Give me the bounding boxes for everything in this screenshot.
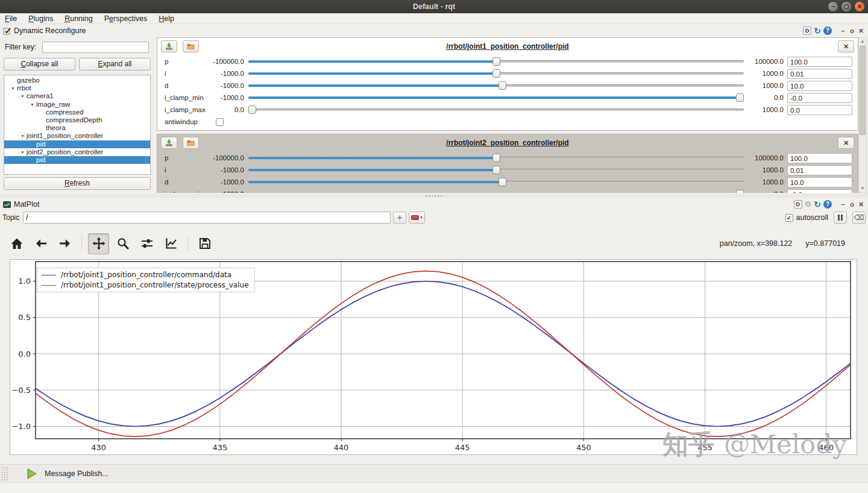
param-min-value: -1000.0 xyxy=(207,166,244,174)
pid-panel-body: p-100000.0100000.0100.0i-1000.01000.00.0… xyxy=(157,149,858,193)
scrollbar-up-icon[interactable]: ▲ xyxy=(859,38,866,45)
pan-button[interactable] xyxy=(88,233,109,254)
home-button[interactable] xyxy=(6,233,27,254)
param-slider[interactable] xyxy=(248,154,744,162)
param-value-field[interactable]: 100.0 xyxy=(787,57,852,67)
window-titlebar[interactable]: Default - rqt – ▢ ✕ xyxy=(0,0,868,13)
param-value-field[interactable]: -0.0 xyxy=(787,189,852,193)
topic-input[interactable] xyxy=(23,212,391,224)
tree-item-joint2_position_controller[interactable]: ▾joint2_position_controller xyxy=(4,148,150,156)
param-value-field[interactable]: 10.0 xyxy=(787,81,852,91)
autoscroll-checkbox[interactable]: ✓ xyxy=(785,214,793,222)
remove-topic-button[interactable]: ▾ xyxy=(409,212,425,224)
slider-handle[interactable] xyxy=(736,93,744,102)
slider-handle[interactable] xyxy=(736,190,744,193)
param-value-field[interactable]: 100.0 xyxy=(787,153,852,163)
slider-handle[interactable] xyxy=(492,166,500,174)
vertical-scrollbar[interactable]: ▲ ▼ xyxy=(858,37,867,193)
load-params-button[interactable] xyxy=(183,40,199,52)
reconfigure-dock-d-button[interactable]: D xyxy=(803,27,811,35)
matplot-dock-float-button[interactable]: o xyxy=(849,201,855,208)
drag-handle-icon[interactable] xyxy=(1,466,8,481)
tree-item-compressedDepth[interactable]: compressedDepth xyxy=(4,116,150,124)
param-slider[interactable] xyxy=(248,105,744,114)
slider-handle[interactable] xyxy=(248,105,256,114)
matplot-reload-icon[interactable]: ↻ xyxy=(814,200,821,209)
forward-button[interactable] xyxy=(54,233,75,254)
tree-item-pid[interactable]: pid xyxy=(4,156,150,164)
param-value-field[interactable]: 0.0 xyxy=(787,105,852,115)
window-maximize-button[interactable]: ▢ xyxy=(841,2,851,11)
reconfigure-dock-close-button[interactable]: ✕ xyxy=(858,27,864,35)
collapse-all-button[interactable]: Collapse all xyxy=(4,58,75,71)
clear-plot-button[interactable]: ⌫ xyxy=(852,212,866,224)
configure-subplots-button[interactable] xyxy=(136,233,157,254)
slider-track[interactable] xyxy=(248,108,744,111)
menu-item-running[interactable]: Running xyxy=(64,14,93,23)
plot-figure[interactable]: 4304354404454504554601.00.50.0−0.5−1.0 /… xyxy=(10,259,857,455)
load-params-button[interactable] xyxy=(183,137,199,149)
menu-item-file[interactable]: File xyxy=(5,14,17,23)
tree-item-rrbot[interactable]: ▾rrbot xyxy=(4,84,150,92)
filter-key-input[interactable] xyxy=(42,42,149,53)
save-params-button[interactable] xyxy=(161,40,177,52)
message-publish-bar[interactable]: Message Publish... xyxy=(0,464,868,482)
menu-item-perspectives[interactable]: Perspectives xyxy=(104,14,148,23)
matplot-dock-minimize-button[interactable]: – xyxy=(840,201,846,208)
param-slider[interactable] xyxy=(248,69,744,78)
param-slider[interactable] xyxy=(248,178,744,186)
slider-handle[interactable] xyxy=(492,57,500,66)
tree-item-compressed[interactable]: compressed xyxy=(4,108,150,116)
param-slider[interactable] xyxy=(248,93,744,102)
param-slider[interactable] xyxy=(248,81,744,90)
scrollbar-down-icon[interactable]: ▼ xyxy=(859,185,866,192)
slider-handle[interactable] xyxy=(498,81,506,90)
matplot-icon xyxy=(3,201,11,209)
reconfigure-help-icon[interactable]: ? xyxy=(823,27,832,35)
refresh-button[interactable]: Refresh xyxy=(4,177,151,190)
window-minimize-button[interactable]: – xyxy=(828,2,838,11)
plot-toolbar: pan/zoom, x=398.122 y=0.877019 xyxy=(6,230,862,257)
param-slider[interactable] xyxy=(248,57,744,66)
slider-handle[interactable] xyxy=(498,178,506,186)
tree-item-theora[interactable]: theora xyxy=(4,124,150,132)
param-value-field[interactable]: -0.0 xyxy=(787,93,852,103)
param-slider[interactable] xyxy=(248,166,744,174)
menu-item-plugins[interactable]: Plugins xyxy=(28,14,53,23)
expand-all-button[interactable]: Expand all xyxy=(79,58,151,71)
tree-item-joint1_position_controller[interactable]: ▾joint1_position_controller xyxy=(4,132,150,140)
tree-item-camera1[interactable]: ▾camera1 xyxy=(4,92,150,100)
save-params-button[interactable] xyxy=(161,137,177,149)
param-slider[interactable] xyxy=(248,190,744,193)
menu-item-help[interactable]: Help xyxy=(159,14,174,23)
scrollbar-thumb[interactable] xyxy=(860,46,866,135)
reconfigure-dock-float-button[interactable]: o xyxy=(849,27,855,34)
slider-handle[interactable] xyxy=(492,154,500,162)
reconfigure-reload-icon[interactable]: ↻ xyxy=(814,27,821,35)
param-checkbox[interactable] xyxy=(216,118,224,126)
reconfigure-dock-minimize-button[interactable]: – xyxy=(840,27,846,34)
tree-item-pid[interactable]: pid xyxy=(4,140,150,148)
param-value-field[interactable]: 10.0 xyxy=(787,177,852,187)
edit-axis-button[interactable] xyxy=(160,233,181,254)
save-figure-button[interactable] xyxy=(194,233,215,254)
pid-panel-body: p-100000.0100000.0100.0i-1000.01000.00.0… xyxy=(157,53,858,128)
pause-plot-button[interactable] xyxy=(834,212,847,224)
back-button[interactable] xyxy=(30,233,51,254)
matplot-settings-gear-icon[interactable]: ⚙ xyxy=(805,200,812,209)
splitter-grip-icon xyxy=(425,195,443,198)
param-value-field[interactable]: 0.01 xyxy=(787,165,852,175)
matplot-dock-close-button[interactable]: ✕ xyxy=(858,201,864,209)
zoom-button[interactable] xyxy=(112,233,133,254)
param-value-field[interactable]: 0.01 xyxy=(787,69,852,79)
pid-panel-close-button[interactable]: ✕ xyxy=(838,40,854,52)
tree-item-image_raw[interactable]: ▾image_raw xyxy=(4,101,150,108)
window-close-button[interactable]: ✕ xyxy=(855,2,864,11)
pid-panel-toolbar: /rrbot/joint2_position_controller/pid✕ xyxy=(157,134,858,149)
slider-handle[interactable] xyxy=(492,69,500,78)
matplot-dock-d-button[interactable]: D xyxy=(794,200,802,209)
pid-panel-close-button[interactable]: ✕ xyxy=(838,137,854,149)
matplot-help-icon[interactable]: ? xyxy=(823,200,832,209)
tree-item-gazebo[interactable]: gazebo xyxy=(4,77,150,84)
add-topic-button[interactable]: + xyxy=(393,212,406,224)
